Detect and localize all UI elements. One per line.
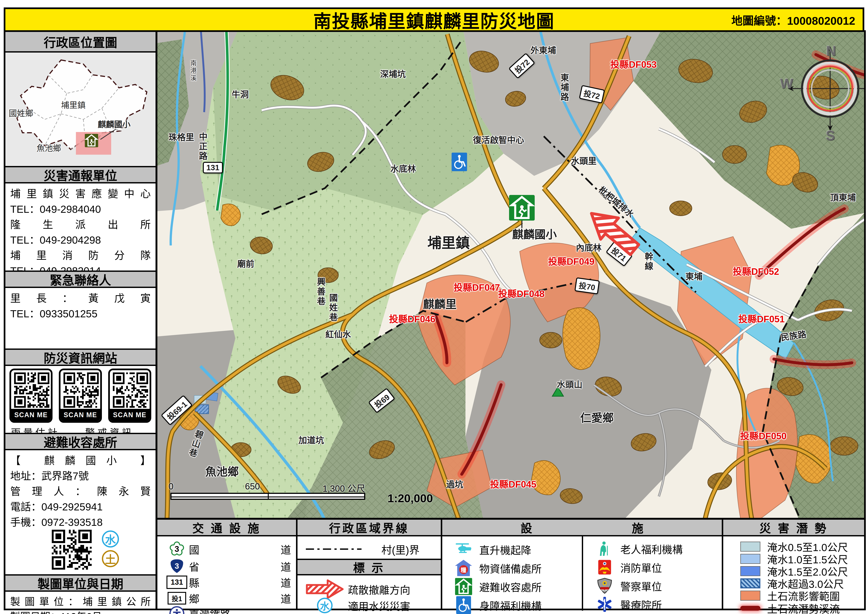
map-labels-layer: 深埔坑牛洞南港溪珠格里中正路131外東埔投縣DF053投72投72東埔路復活啟智… bbox=[157, 32, 865, 518]
shelter-school-label: 麒麟國小 bbox=[512, 225, 557, 242]
map-label: 水底林 bbox=[390, 162, 416, 174]
report-unit-name: 埔里鎮災害應變中心 bbox=[10, 187, 151, 201]
scale-bar: 0 650 1,300 公尺 1:20,000 bbox=[169, 481, 465, 505]
report-units: 埔里鎮災害應變中心 TEL：049-2984040 隆生派出所 TEL：049-… bbox=[5, 183, 155, 270]
supplies-depot-icon: 糧 bbox=[448, 559, 479, 577]
map-label: 珠格里 bbox=[169, 131, 194, 143]
map-label: 紅仙水 bbox=[326, 328, 351, 340]
legend-label-fire: 消防單位 bbox=[620, 560, 662, 575]
route-shield-t69: 投69 bbox=[368, 388, 395, 413]
fire-department-icon bbox=[589, 558, 620, 576]
shelter-icon bbox=[448, 578, 479, 595]
map-label: 東埔 bbox=[685, 270, 702, 282]
debris-zone-label-df052: 投縣DF052 bbox=[733, 264, 779, 277]
compass-rose: N E S W bbox=[787, 46, 866, 131]
medical-icon bbox=[589, 595, 620, 613]
map-label: 南港溪 bbox=[189, 60, 198, 82]
map-label: 外東埔 bbox=[530, 44, 556, 56]
report-unit-name: 隆生派出所 bbox=[10, 218, 151, 232]
evacuation-arrow-icon bbox=[302, 579, 348, 600]
scan-me-label: SCAN ME bbox=[11, 409, 51, 421]
village-boundary-line bbox=[303, 549, 364, 550]
taiwan-railway-icon bbox=[165, 605, 189, 614]
helipad-icon bbox=[448, 541, 479, 558]
legend-label-police: 警察單位 bbox=[620, 578, 662, 594]
qr-code-alert: SCAN ME bbox=[59, 368, 102, 423]
shelter-mobile: 手機：0972-393518 bbox=[10, 515, 151, 529]
shelter-info: 【 麒麟國小 】 地址：武界路7號 管理人：陳永賢 電話：049-2925941… bbox=[5, 450, 155, 574]
map-label: 復活啟智中心 bbox=[473, 133, 524, 145]
legend-label-disabled: 身障福利機構 bbox=[479, 598, 542, 613]
disaster-map-poster: 南投縣埔里鎮麒麟里防災地圖 地圖編號：10008020012 行政區位置圖 bbox=[0, 0, 868, 614]
locator-label-puli: 埔里鎮 bbox=[61, 99, 85, 110]
route-shield-t69-1: 投69-1 bbox=[161, 395, 193, 426]
map-label: 麒麟里 bbox=[423, 295, 457, 311]
route-shield-t72: 投72 bbox=[508, 53, 535, 79]
legend: 交 通 設 施 3 國道 3 省道 131 縣道 bbox=[156, 518, 866, 610]
legend-facilities: 設 施 直升機起降 糧 物資儲備處所 避難收容 bbox=[442, 520, 724, 609]
scale-bar-graphic bbox=[170, 493, 365, 500]
section-header-credit: 製圖單位與日期 bbox=[5, 574, 155, 592]
route-shield-t72b: 投72 bbox=[579, 85, 605, 104]
main-map: N E S W 0 650 1,300 公尺 1:20,000 深埔坑牛洞南港溪… bbox=[156, 30, 866, 519]
legend-facilities-title: 設 施 bbox=[442, 520, 722, 536]
shelter-name: 【 麒麟國小 】 bbox=[10, 454, 151, 468]
emergency-contact: 里長：黃戊寅 TEL：0933501255 bbox=[5, 288, 155, 348]
flood-1520-swatch bbox=[740, 566, 760, 576]
credit-info: 製圖單位：埔里鎮公所 製圖日期：112年6月 bbox=[5, 592, 155, 611]
legend-label-provincial: 省道 bbox=[189, 559, 291, 574]
map-label: 仁愛鄉 bbox=[580, 409, 614, 425]
section-header-contact: 緊急聯絡人 bbox=[5, 270, 155, 288]
legend-label-evacuation: 疏散撤離方向 bbox=[348, 582, 439, 597]
shelter-tel: 電話：049-2925941 bbox=[10, 500, 151, 514]
credit-unit: 製圖單位：埔里鎮公所 bbox=[10, 595, 151, 608]
section-header-report: 災害通報單位 bbox=[5, 166, 155, 183]
map-number: 地圖編號：10008020012 bbox=[732, 12, 855, 28]
credit-date: 製圖日期：112年6月 bbox=[10, 610, 151, 614]
map-label: 幹線 bbox=[642, 252, 654, 271]
contact-tel: TEL：0933501255 bbox=[10, 307, 151, 321]
map-label: 埔里鎮 bbox=[428, 232, 470, 252]
sidebar: 行政區位置圖 國姓鄉 埔里鎮 麒麟國小 魚池鄉 bbox=[4, 30, 157, 610]
legend-label-medical: 醫療院所 bbox=[620, 597, 662, 612]
legend-transport: 交 通 設 施 3 國道 3 省道 131 縣道 bbox=[157, 520, 298, 609]
report-unit-name: 埔里消防分隊 bbox=[10, 249, 151, 262]
flood-0510-swatch bbox=[740, 542, 760, 552]
debris-zone-label-df049: 投縣DF049 bbox=[548, 254, 594, 267]
debris-stream-swatch bbox=[740, 606, 760, 611]
shelter-icon bbox=[509, 195, 535, 221]
flood-applicable-icon: 水 bbox=[102, 530, 119, 547]
map-label: 深埔坑 bbox=[380, 67, 406, 79]
legend-label-elderly: 老人福利機構 bbox=[620, 541, 683, 556]
scan-me-label: SCAN ME bbox=[60, 409, 100, 421]
elderly-welfare-icon bbox=[589, 540, 620, 558]
legend-label-helipad: 直升機起降 bbox=[479, 542, 531, 557]
locator-map: 國姓鄉 埔里鎮 麒麟國小 魚池鄉 bbox=[5, 53, 155, 166]
map-label: 水頭里 bbox=[571, 154, 597, 166]
county-route-icon: 131 bbox=[165, 575, 189, 590]
flood-over30-swatch bbox=[740, 578, 760, 588]
legend-label-debris-stream: 土石流潛勢溪流 bbox=[767, 601, 840, 614]
map-label: 興善巷 bbox=[315, 277, 327, 306]
legend-boundary-title: 行政區域界線 bbox=[298, 520, 441, 536]
compass-n: N bbox=[826, 43, 836, 59]
debris-applicable-icon: 土 bbox=[102, 550, 119, 567]
map-label: 中正路 bbox=[196, 132, 209, 161]
scan-me-label: SCAN ME bbox=[110, 409, 150, 421]
locator-label-guoxing: 國姓鄉 bbox=[9, 107, 33, 119]
map-label: 水頭山 bbox=[557, 378, 582, 390]
scale-tick: 1,300 公尺 bbox=[322, 481, 365, 494]
locator-label-school: 麒麟國小 bbox=[98, 118, 130, 130]
legend-label-flood-applicable: 適用水災災害 bbox=[348, 598, 439, 613]
legend-boundary: 行政區域界線 村(里)界 標 示 疏散撤離方向 水 適用水災災害 bbox=[298, 520, 442, 609]
legend-label-national: 國道 bbox=[189, 542, 291, 556]
map-label: 碧山巷 bbox=[185, 428, 206, 460]
legend-label-village-boundary: 村(里)界 bbox=[364, 542, 437, 556]
township-route-icon: 投1 bbox=[165, 591, 189, 605]
debris-zone-label-df051: 投縣DF051 bbox=[738, 312, 785, 325]
shelter-manager: 管理人：陳永賢 bbox=[10, 485, 151, 498]
legend-label-railway: 臺灣鐵路 bbox=[189, 606, 291, 614]
map-label: 國姓巷 bbox=[327, 293, 339, 322]
route-shield-t70: 投70 bbox=[574, 277, 600, 294]
map-label: 加道坑 bbox=[298, 433, 324, 446]
